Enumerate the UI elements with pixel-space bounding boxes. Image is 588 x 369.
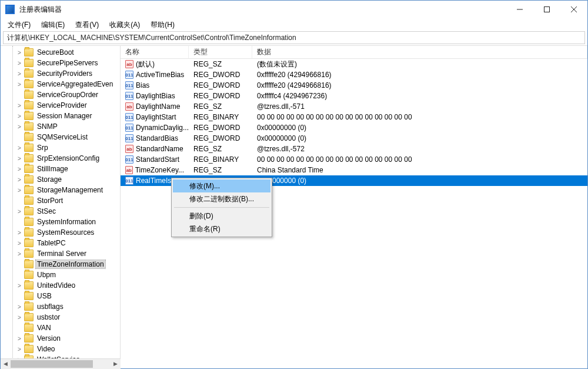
expander-icon[interactable]: > [16, 166, 23, 172]
value-data-cell: (数值未设置) [252, 59, 587, 69]
expander-icon[interactable]: > [16, 240, 23, 247]
expander-icon[interactable]: > [16, 145, 23, 151]
menu-edit[interactable]: 编辑(E) [36, 19, 69, 31]
tree-item[interactable]: >Session Manager [1, 111, 120, 121]
context-menu-separator [174, 207, 269, 208]
expander-icon[interactable]: > [16, 155, 23, 162]
close-button[interactable] [560, 1, 587, 18]
list-row[interactable]: abTimeZoneKey...REG_SZChina Standard Tim… [121, 165, 587, 175]
list-row[interactable]: 011DynamicDaylig...REG_DWORD0x00000000 (… [121, 122, 587, 133]
tree-item[interactable]: >usbstor [1, 312, 120, 323]
tree-item[interactable]: >SrpExtensionConfig [1, 153, 120, 164]
context-menu-item[interactable]: 修改(M)... [173, 179, 270, 192]
tree-item-label: ServiceProvider [36, 101, 88, 109]
tree-item[interactable]: >Srp [1, 142, 120, 153]
list-row[interactable]: 011DaylightStartREG_BINARY00 00 00 00 00… [121, 112, 587, 122]
col-type[interactable]: 类型 [189, 46, 252, 58]
tree-item[interactable]: >StorageManagement [1, 185, 120, 195]
list-row[interactable]: 011DaylightBiasREG_DWORD0xfffffc4 (42949… [121, 91, 587, 101]
expander-icon[interactable]: > [16, 187, 23, 194]
tree-item[interactable]: >StillImage [1, 164, 120, 174]
tree-item[interactable]: USB [1, 291, 120, 301]
scroll-track[interactable] [11, 359, 111, 369]
horizontal-scrollbar[interactable]: ◀ ▶ [1, 358, 121, 368]
scroll-thumb[interactable] [11, 360, 93, 368]
tree-item[interactable]: VAN [1, 323, 120, 333]
tree-item-label: StillImage [36, 165, 69, 173]
folder-icon [24, 80, 34, 88]
tree-item[interactable]: >ServiceAggregatedEven [1, 79, 120, 89]
folder-icon [24, 271, 34, 279]
expander-icon[interactable]: > [16, 251, 23, 257]
context-menu-item[interactable]: 删除(D) [173, 210, 270, 222]
tree-item[interactable]: >ServiceProvider [1, 100, 120, 111]
tree-item[interactable]: >TabletPC [1, 238, 120, 248]
context-menu-item[interactable]: 修改二进制数据(B)... [173, 192, 270, 205]
tree-item[interactable]: >SecureBoot [1, 47, 120, 58]
folder-icon [24, 154, 34, 162]
expander-icon[interactable]: > [16, 81, 23, 88]
tree-item[interactable]: TimeZoneInformation [1, 259, 120, 270]
expander-icon[interactable]: > [16, 177, 23, 183]
list-row[interactable]: ab(默认)REG_SZ(数值未设置) [121, 59, 587, 69]
tree-item[interactable]: >Terminal Server [1, 248, 120, 259]
tree-item[interactable]: >Version [1, 333, 120, 344]
tree-item[interactable]: ServiceGroupOrder [1, 89, 120, 100]
binary-value-icon: 011 [125, 92, 133, 100]
folder-icon [24, 69, 34, 78]
expander-icon[interactable]: > [16, 304, 23, 310]
value-data-cell: @tzres.dll,-572 [252, 145, 587, 153]
expander-icon[interactable]: > [16, 314, 23, 321]
folder-icon [24, 239, 34, 247]
tree-view[interactable]: >SecureBoot>SecurePipeServers>SecurityPr… [1, 46, 121, 368]
list-row[interactable]: 011StandardBiasREG_DWORD0x00000000 (0) [121, 133, 587, 144]
tree-item[interactable]: >Video [1, 344, 120, 354]
expander-icon[interactable]: > [16, 49, 23, 56]
tree-item-label: usbstor [36, 313, 61, 321]
list-header: 名称 类型 数据 [121, 46, 587, 59]
menu-view[interactable]: 查看(V) [71, 19, 103, 31]
menu-file[interactable]: 文件(F) [3, 19, 35, 31]
tree-item[interactable]: >SecurityProviders [1, 68, 120, 79]
expander-icon[interactable]: > [16, 230, 23, 236]
tree-item[interactable]: >Storage [1, 174, 120, 185]
tree-item[interactable]: SystemInformation [1, 217, 120, 227]
expander-icon[interactable]: > [16, 335, 23, 342]
list-row[interactable]: 011StandardStartREG_BINARY00 00 00 00 00… [121, 154, 587, 165]
tree-item[interactable]: Ubpm [1, 270, 120, 280]
tree-item[interactable]: >usbflags [1, 301, 120, 312]
context-menu-item[interactable]: 重命名(R) [173, 222, 270, 235]
tree-item[interactable]: StorPort [1, 195, 120, 206]
binary-value-icon: 011 [125, 71, 133, 79]
expander-icon[interactable]: > [16, 60, 23, 67]
folder-icon [24, 260, 34, 268]
address-bar[interactable]: 计算机\HKEY_LOCAL_MACHINE\SYSTEM\CurrentCon… [3, 31, 585, 44]
col-name[interactable]: 名称 [121, 46, 189, 58]
minimize-button[interactable] [506, 1, 533, 18]
list-row[interactable]: abStandardNameREG_SZ@tzres.dll,-572 [121, 144, 587, 154]
tree-item[interactable]: >SecurePipeServers [1, 58, 120, 68]
context-menu: 修改(M)...修改二进制数据(B)...删除(D)重命名(R) [171, 178, 272, 237]
value-data-cell: 0x00000000 (0) [252, 124, 587, 132]
expander-icon[interactable]: > [16, 282, 23, 289]
scroll-left-button[interactable]: ◀ [1, 359, 11, 369]
expander-icon[interactable]: > [16, 346, 23, 353]
tree-item[interactable]: >UnitedVideo [1, 280, 120, 291]
list-row[interactable]: 011BiasREG_DWORD0xfffffe20 (4294966816) [121, 80, 587, 91]
tree-item[interactable]: >StSec [1, 206, 120, 217]
expander-icon[interactable]: > [16, 113, 23, 119]
maximize-button[interactable] [533, 1, 560, 18]
list-row[interactable]: 011ActiveTimeBiasREG_DWORD0xfffffe20 (42… [121, 69, 587, 80]
tree-item[interactable]: >SystemResources [1, 227, 120, 238]
menu-help[interactable]: 帮助(H) [146, 19, 179, 31]
scroll-right-button[interactable]: ▶ [111, 359, 121, 369]
expander-icon[interactable]: > [16, 71, 23, 77]
list-row[interactable]: abDaylightNameREG_SZ@tzres.dll,-571 [121, 101, 587, 112]
col-data[interactable]: 数据 [252, 46, 587, 58]
expander-icon[interactable]: > [16, 102, 23, 109]
expander-icon[interactable]: > [16, 208, 23, 215]
menu-favorites[interactable]: 收藏夹(A) [105, 19, 145, 31]
tree-item[interactable]: SQMServiceList [1, 132, 120, 142]
tree-item[interactable]: >SNMP [1, 121, 120, 132]
expander-icon[interactable]: > [16, 124, 23, 130]
